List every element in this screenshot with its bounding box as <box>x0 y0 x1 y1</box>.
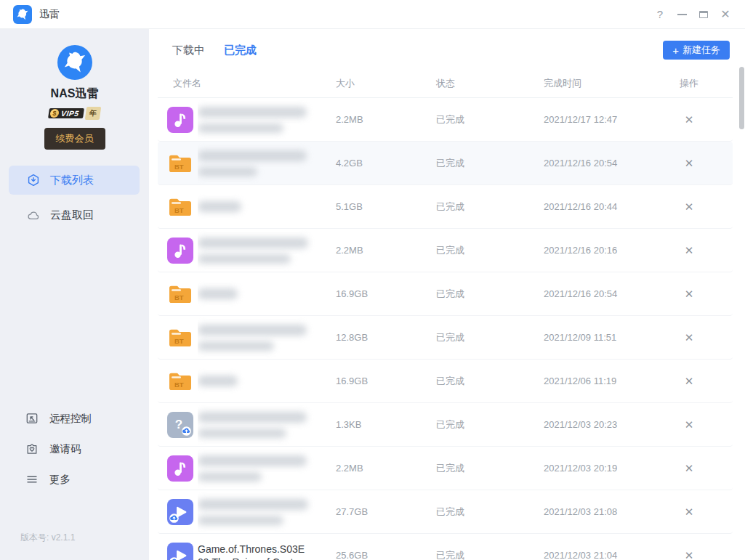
bt-folder-icon: BT <box>167 325 193 351</box>
table-row[interactable]: 2.2MB 已完成 2021/12/03 20:19 ✕ <box>158 447 733 490</box>
delete-task-button[interactable]: ✕ <box>681 155 697 171</box>
download-list-icon <box>27 174 40 187</box>
delete-task-button[interactable]: ✕ <box>681 330 697 346</box>
col-filename: 文件名 <box>173 77 336 97</box>
file-completed-time: 2021/12/03 21:04 <box>544 550 669 560</box>
table-row[interactable]: ? 1.3KB 已完成 2021/12/03 20:23 ✕ <box>158 403 733 447</box>
delete-task-button[interactable]: ✕ <box>681 460 697 476</box>
close-icon[interactable]: ✕ <box>714 5 736 24</box>
file-name-cell <box>198 360 336 402</box>
delete-task-button[interactable]: ✕ <box>681 286 697 302</box>
blurred-filename <box>198 150 307 161</box>
maximize-icon[interactable] <box>693 5 714 24</box>
new-task-button[interactable]: + 新建任务 <box>663 41 730 60</box>
nas-xunlei-logo-icon <box>57 45 92 80</box>
col-completed-time: 完成时间 <box>544 77 669 97</box>
window-title: 迅雷 <box>39 8 60 21</box>
file-name-cell: Game.of.Thrones.S03E09.The.Rains.of.Cast <box>198 534 336 560</box>
sidebar: NAS迅雷 $ VIP5 年 续费会员 下载列表 云盘取回 <box>0 29 149 560</box>
file-type-icon-cell <box>167 499 193 525</box>
table-row[interactable]: BT 12.8GB 已完成 2021/12/09 11:51 ✕ <box>158 316 733 360</box>
file-type-icon-cell <box>167 455 193 482</box>
col-operation: 操作 <box>669 77 709 97</box>
file-completed-time: 2021/12/16 20:54 <box>544 288 669 299</box>
file-status: 已完成 <box>436 331 544 344</box>
blurred-filename <box>198 472 262 482</box>
table-row[interactable]: BT 16.9GB 已完成 2021/12/16 20:54 ✕ <box>158 272 733 316</box>
tab-completed[interactable]: 已完成 <box>224 44 257 57</box>
svg-text:BT: BT <box>174 293 184 301</box>
file-size: 16.9GB <box>336 288 436 299</box>
vip-coin-icon: $ <box>49 109 60 118</box>
delete-task-button[interactable]: ✕ <box>681 243 697 259</box>
unknown-file-icon: ? <box>167 412 193 438</box>
delete-task-button[interactable]: ✕ <box>681 548 697 560</box>
table-row[interactable]: 27.7GB 已完成 2021/12/03 21:08 ✕ <box>158 490 733 534</box>
renew-membership-button[interactable]: 续费会员 <box>44 128 105 150</box>
file-type-icon-cell: BT <box>167 281 193 307</box>
file-status: 已完成 <box>436 157 544 170</box>
sidebar-item-label: 更多 <box>49 473 71 487</box>
bt-folder-icon: BT <box>167 368 193 394</box>
blurred-filename <box>198 123 283 133</box>
sidebar-item-invite-code[interactable]: 邀请码 <box>0 434 149 464</box>
minimize-icon[interactable] <box>671 5 693 24</box>
col-size: 大小 <box>336 77 436 97</box>
blurred-filename <box>198 288 238 299</box>
sidebar-item-remote-control[interactable]: 远程控制 <box>0 403 149 434</box>
svg-text:BT: BT <box>174 163 184 171</box>
sidebar-item-label: 远程控制 <box>49 412 92 426</box>
table-row[interactable]: BT 16.9GB 已完成 2021/12/06 11:19 ✕ <box>158 360 733 403</box>
delete-task-button[interactable]: ✕ <box>681 504 697 520</box>
blurred-filename <box>198 325 307 336</box>
file-type-icon-cell <box>167 543 193 560</box>
blurred-filename <box>198 201 241 212</box>
xunlei-logo-icon <box>13 5 32 24</box>
table-row[interactable]: Game.of.Thrones.S03E09.The.Rains.of.Cast… <box>158 534 733 560</box>
table-row[interactable]: BT 5.1GB 已完成 2021/12/16 20:44 ✕ <box>158 185 733 229</box>
sidebar-item-cloud-retrieve[interactable]: 云盘取回 <box>9 200 140 230</box>
scrollbar-thumb[interactable] <box>739 67 744 129</box>
file-completed-time: 2021/12/16 20:54 <box>544 158 669 169</box>
sidebar-item-more[interactable]: 更多 <box>0 464 149 495</box>
table-row[interactable]: BT 4.2GB 已完成 2021/12/16 20:54 ✕ <box>158 142 733 185</box>
file-size: 12.8GB <box>336 332 436 343</box>
file-size: 4.2GB <box>336 158 436 169</box>
sidebar-item-download-list[interactable]: 下载列表 <box>9 166 140 195</box>
blurred-filename <box>198 516 283 525</box>
blurred-filename <box>198 341 274 351</box>
file-name-cell <box>198 490 336 533</box>
delete-task-button[interactable]: ✕ <box>681 417 697 433</box>
file-type-icon-cell: ? <box>167 412 193 438</box>
blurred-filename <box>198 254 291 264</box>
file-size: 27.7GB <box>336 506 436 517</box>
sidebar-item-label: 下载列表 <box>50 174 94 187</box>
file-name-cell <box>198 229 336 272</box>
titlebar: 迅雷 ? ✕ <box>0 0 745 29</box>
table-row[interactable]: 2.2MB 已完成 2021/12/16 20:16 ✕ <box>158 229 733 272</box>
delete-task-button[interactable]: ✕ <box>681 373 697 389</box>
blurred-filename <box>198 238 308 248</box>
file-status: 已完成 <box>436 549 544 560</box>
music-icon <box>167 455 193 482</box>
file-type-icon-cell: BT <box>167 194 193 220</box>
video-icon <box>167 543 193 560</box>
brand-section: NAS迅雷 $ VIP5 年 续费会员 <box>0 29 149 150</box>
more-icon <box>25 473 39 486</box>
video-icon <box>167 499 193 525</box>
file-type-icon-cell: BT <box>167 325 193 351</box>
file-type-icon-cell: BT <box>167 368 193 394</box>
table-row[interactable]: 2.2MB 已完成 2021/12/17 12:47 ✕ <box>158 98 733 142</box>
file-status: 已完成 <box>436 375 544 388</box>
file-status: 已完成 <box>436 200 544 214</box>
file-completed-time: 2021/12/06 11:19 <box>544 376 669 386</box>
blurred-filename <box>198 376 238 386</box>
file-completed-time: 2021/12/16 20:44 <box>544 201 669 212</box>
delete-task-button[interactable]: ✕ <box>681 112 697 128</box>
file-status: 已完成 <box>436 418 544 431</box>
delete-task-button[interactable]: ✕ <box>681 199 697 215</box>
blurred-filename <box>198 499 308 510</box>
help-icon[interactable]: ? <box>649 5 671 24</box>
tab-downloading[interactable]: 下载中 <box>172 44 205 57</box>
file-completed-time: 2021/12/09 11:51 <box>544 332 669 343</box>
